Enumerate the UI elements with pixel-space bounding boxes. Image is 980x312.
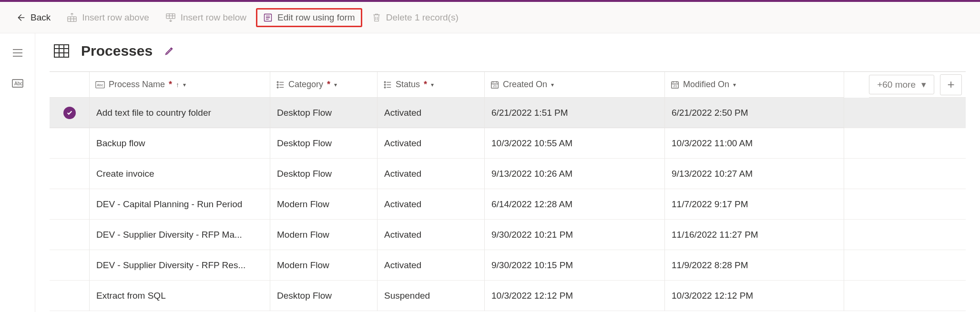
table-row[interactable]: Backup flowDesktop FlowActivated10/3/202…	[50, 128, 966, 159]
table-row[interactable]: DEV - Capital Planning - Run PeriodModer…	[50, 189, 966, 220]
table-row[interactable]: Extract from SQLDesktop FlowSuspended10/…	[50, 281, 966, 311]
svg-point-9	[277, 84, 278, 85]
cell-category[interactable]: Modern Flow	[270, 220, 378, 250]
text-field-icon[interactable]: Abc	[8, 76, 27, 91]
cell-modified-on[interactable]: 6/21/2022 2:50 PM	[665, 98, 844, 128]
cell-modified-on[interactable]: 10/3/2022 12:12 PM	[665, 281, 844, 311]
cell-status[interactable]: Activated	[378, 98, 485, 128]
delete-record-button: Delete 1 record(s)	[365, 9, 465, 27]
svg-text:21: 21	[493, 84, 497, 88]
cell-modified-on[interactable]: 11/9/2022 8:28 PM	[665, 250, 844, 281]
cell-process-name[interactable]: DEV - Supplier Diversity - RFP Ma...	[90, 220, 270, 250]
cell-created-on[interactable]: 9/30/2022 10:21 PM	[485, 220, 665, 250]
cell-process-name[interactable]: DEV - Capital Planning - Run Period	[90, 189, 270, 220]
choice-column-icon	[383, 81, 392, 89]
cell-status[interactable]: Activated	[378, 220, 485, 250]
cell-modified-on[interactable]: 11/7/2022 9:17 PM	[665, 189, 844, 220]
insert-row-below-button: Insert row below	[159, 9, 253, 27]
cell-status[interactable]: Activated	[378, 250, 485, 281]
insert-above-icon	[67, 13, 77, 22]
cell-status[interactable]: Suspended	[378, 281, 485, 311]
row-tail	[844, 281, 966, 311]
row-tail	[844, 159, 966, 189]
cell-category[interactable]: Desktop Flow	[270, 281, 378, 311]
svg-text:21: 21	[673, 84, 677, 88]
cell-status[interactable]: Activated	[378, 128, 485, 159]
insert-row-below-label: Insert row below	[181, 12, 246, 23]
cell-process-name[interactable]: DEV - Supplier Diversity - RFP Res...	[90, 250, 270, 281]
column-header-status[interactable]: Status * ▾	[378, 72, 485, 98]
cell-modified-on[interactable]: 10/3/2022 11:00 AM	[665, 128, 844, 159]
cell-category[interactable]: Desktop Flow	[270, 98, 378, 128]
cell-status[interactable]: Activated	[378, 159, 485, 189]
column-label: Modified On	[683, 80, 729, 90]
cell-process-name[interactable]: Create invoice	[90, 159, 270, 189]
row-tail	[844, 189, 966, 220]
row-select-cell[interactable]	[50, 98, 90, 128]
row-tail	[844, 220, 966, 250]
column-label: Created On	[503, 80, 547, 90]
row-select-cell[interactable]	[50, 159, 90, 189]
checkmark-icon	[63, 107, 76, 119]
cell-process-name[interactable]: Add text file to country folder	[90, 98, 270, 128]
more-columns-label: +60 more	[877, 80, 916, 90]
arrow-left-icon	[15, 12, 26, 23]
insert-below-icon	[165, 13, 176, 22]
column-header-modified-on[interactable]: 21 Modified On ▾	[665, 72, 844, 98]
cell-status[interactable]: Activated	[378, 189, 485, 220]
delete-record-label: Delete 1 record(s)	[386, 12, 459, 23]
svg-point-12	[384, 84, 386, 85]
cell-modified-on[interactable]: 9/13/2022 10:27 AM	[665, 159, 844, 189]
row-select-cell[interactable]	[50, 250, 90, 281]
chevron-down-icon: ▾	[921, 79, 926, 90]
table-row[interactable]: Create invoiceDesktop FlowActivated9/13/…	[50, 159, 966, 189]
more-columns-button[interactable]: +60 more ▾	[869, 75, 934, 94]
required-indicator: *	[169, 80, 172, 90]
add-column-button[interactable]: +	[940, 74, 962, 95]
svg-rect-5	[54, 45, 69, 57]
row-select-cell[interactable]	[50, 128, 90, 159]
cell-process-name[interactable]: Extract from SQL	[90, 281, 270, 311]
row-select-cell[interactable]	[50, 281, 90, 311]
left-nav-gutter: Abc	[0, 33, 35, 312]
table-row[interactable]: DEV - Supplier Diversity - RFP Res...Mod…	[50, 250, 966, 281]
date-column-icon: 21	[490, 81, 499, 89]
choice-column-icon	[276, 81, 285, 89]
column-header-category[interactable]: Category * ▾	[270, 72, 378, 98]
cell-created-on[interactable]: 9/13/2022 10:26 AM	[485, 159, 665, 189]
hamburger-menu-button[interactable]	[8, 46, 27, 60]
cell-process-name[interactable]: Backup flow	[90, 128, 270, 159]
svg-point-8	[277, 81, 278, 83]
row-tail	[844, 98, 966, 128]
svg-text:Abc: Abc	[97, 83, 103, 87]
row-tail	[844, 128, 966, 159]
chevron-down-icon: ▾	[334, 81, 337, 88]
insert-row-above-label: Insert row above	[82, 12, 149, 23]
cell-created-on[interactable]: 6/21/2022 1:51 PM	[485, 98, 665, 128]
text-column-icon: Abc	[95, 81, 105, 89]
column-header-created-on[interactable]: 21 Created On ▾	[485, 72, 665, 98]
row-select-cell[interactable]	[50, 189, 90, 220]
cell-modified-on[interactable]: 11/16/2022 11:27 PM	[665, 220, 844, 250]
cell-category[interactable]: Desktop Flow	[270, 159, 378, 189]
cell-category[interactable]: Modern Flow	[270, 250, 378, 281]
edit-row-form-button[interactable]: Edit row using form	[256, 8, 362, 27]
cell-created-on[interactable]: 9/30/2022 10:15 PM	[485, 250, 665, 281]
command-bar: Back Insert row above Insert row below E…	[0, 2, 980, 33]
table-row[interactable]: Add text file to country folderDesktop F…	[50, 98, 966, 128]
row-select-cell[interactable]	[50, 220, 90, 250]
svg-point-11	[384, 81, 386, 83]
cell-created-on[interactable]: 6/14/2022 12:28 AM	[485, 189, 665, 220]
table-row[interactable]: DEV - Supplier Diversity - RFP Ma...Mode…	[50, 220, 966, 250]
cell-category[interactable]: Desktop Flow	[270, 128, 378, 159]
edit-title-button[interactable]	[164, 46, 174, 56]
select-all-column-header[interactable]	[50, 72, 90, 98]
chevron-down-icon: ▾	[431, 81, 434, 88]
back-button[interactable]: Back	[9, 9, 57, 27]
column-header-process-name[interactable]: Abc Process Name * ↑ ▾	[90, 72, 270, 98]
cell-created-on[interactable]: 10/3/2022 12:12 PM	[485, 281, 665, 311]
cell-created-on[interactable]: 10/3/2022 10:55 AM	[485, 128, 665, 159]
table-icon	[53, 44, 70, 58]
cell-category[interactable]: Modern Flow	[270, 189, 378, 220]
form-icon	[263, 13, 273, 22]
